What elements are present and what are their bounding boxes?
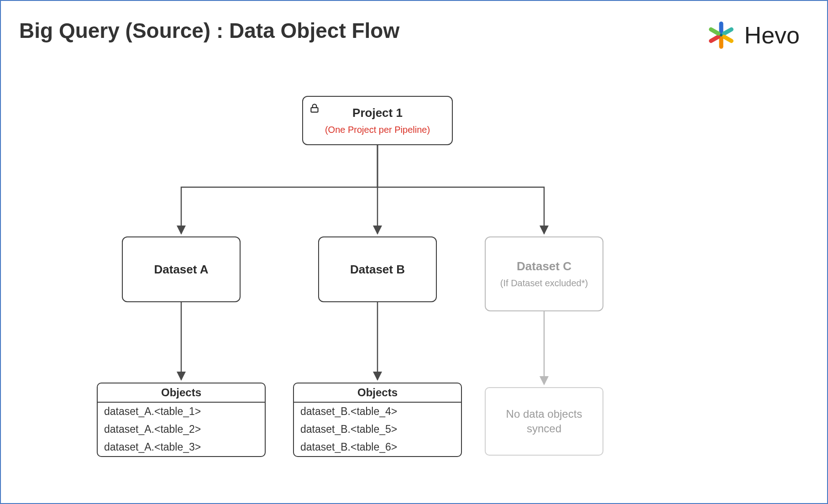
table-row: dataset_B.<table_6>: [294, 438, 461, 456]
dataset-label: Dataset A: [154, 262, 209, 277]
svg-rect-1: [311, 108, 318, 112]
dataset-a-node: Dataset A: [122, 236, 241, 302]
table-row: dataset_A.<table_1>: [98, 403, 265, 420]
page-title: Big Query (Source) : Data Object Flow: [19, 18, 399, 43]
table-row: dataset_A.<table_3>: [98, 438, 265, 456]
project-note: (One Project per Pipeline): [325, 125, 430, 135]
objects-header: Objects: [98, 383, 265, 403]
lock-icon: [309, 102, 320, 114]
table-row: dataset_A.<table_2>: [98, 420, 265, 438]
no-sync-node: No data objects synced: [485, 387, 603, 456]
dataset-label: Dataset C: [517, 259, 571, 273]
dataset-b-node: Dataset B: [318, 236, 437, 302]
dataset-c-node: Dataset C (If Dataset excluded*): [485, 236, 603, 311]
diagram-frame: Big Query (Source) : Data Object Flow He…: [0, 0, 828, 504]
brand: Hevo: [705, 19, 800, 51]
hevo-logo-icon: [705, 19, 737, 51]
table-row: dataset_B.<table_5>: [294, 420, 461, 438]
project-node: Project 1 (One Project per Pipeline): [302, 96, 453, 145]
brand-name: Hevo: [744, 21, 800, 49]
objects-header: Objects: [294, 383, 461, 403]
project-label: Project 1: [352, 106, 403, 120]
objects-b-table: Objects dataset_B.<table_4> dataset_B.<t…: [293, 383, 462, 457]
table-row: dataset_B.<table_4>: [294, 403, 461, 420]
no-sync-text: No data objects synced: [490, 407, 598, 436]
objects-a-table: Objects dataset_A.<table_1> dataset_A.<t…: [97, 383, 266, 457]
dataset-label: Dataset B: [350, 262, 405, 277]
dataset-note: (If Dataset excluded*): [500, 278, 588, 289]
